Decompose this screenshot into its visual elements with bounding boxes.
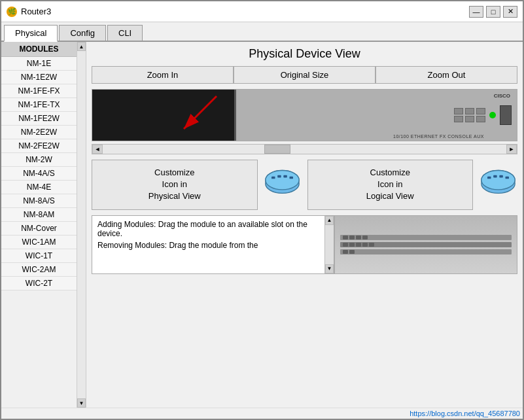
port-group-1	[454, 108, 463, 122]
device-left-panel	[92, 90, 236, 141]
scroll-left-button[interactable]: ◄	[92, 145, 103, 154]
list-item[interactable]: WIC-1T	[1, 249, 77, 263]
sidebar: MODULES NM-1E NM-1E2W NM-1FE-FX NM-1FE-T…	[1, 42, 86, 408]
horizontal-scrollbar[interactable]: ◄ ►	[92, 144, 517, 154]
device-right-panel: CISCO 10/100 ETHERNET FX CONSOLE AUX	[236, 90, 517, 141]
thumb-port	[369, 243, 374, 247]
svg-rect-13	[487, 176, 491, 179]
power-switch	[500, 105, 512, 125]
list-item[interactable]: WIC-2T	[1, 277, 77, 290]
thumb-port	[349, 250, 355, 254]
scroll-track-h	[103, 145, 506, 154]
customize-physical-label: CustomizeIcon inPhysical View	[148, 167, 201, 201]
info-scrollbar: ▲ ▼	[324, 216, 334, 273]
thumb-port	[356, 243, 361, 247]
content-area: MODULES NM-1E NM-1E2W NM-1FE-FX NM-1FE-T…	[1, 42, 523, 408]
url-text: https://blog.csdn.net/qq_45687780	[410, 410, 520, 417]
svg-rect-14	[493, 175, 497, 178]
list-item[interactable]: NM-2FE2W	[1, 139, 77, 153]
svg-rect-7	[277, 175, 281, 178]
info-panel: Adding Modules: Drag the module to an av…	[92, 215, 334, 274]
thumb-port	[343, 243, 348, 247]
router-svg-logical	[480, 167, 516, 203]
list-item[interactable]: NM-2W	[1, 153, 77, 167]
thumb-row	[340, 242, 512, 247]
device-brand-label: CISCO	[494, 93, 510, 99]
zoom-in-button[interactable]: Zoom In	[92, 66, 234, 84]
scroll-thumb-h	[264, 145, 290, 154]
thumb-port	[349, 243, 355, 247]
list-item[interactable]: NM-1FE-FX	[1, 84, 77, 98]
svg-rect-6	[271, 176, 275, 179]
port	[465, 116, 474, 122]
device-ports	[454, 108, 485, 122]
info-scroll-up[interactable]: ▲	[325, 216, 334, 225]
customize-logical-button[interactable]: CustomizeIcon inLogical View	[307, 160, 474, 210]
svg-point-5	[266, 170, 299, 189]
svg-rect-9	[290, 176, 294, 179]
scroll-down-button[interactable]: ▼	[77, 398, 86, 408]
info-scroll-down[interactable]: ▼	[325, 264, 334, 273]
main-panel: Physical Device View Zoom In Original Si…	[86, 42, 523, 408]
info-line1: Adding Modules: Drag the module to an av…	[97, 220, 328, 238]
scroll-right-button[interactable]: ►	[506, 145, 517, 154]
status-light	[489, 112, 496, 118]
thumb-row	[340, 249, 512, 254]
thumb-port	[362, 243, 368, 247]
list-item[interactable]: NM-8A/S	[1, 194, 77, 208]
list-item[interactable]: NM-4A/S	[1, 167, 77, 181]
original-size-button[interactable]: Original Size	[234, 66, 376, 84]
port	[454, 108, 463, 114]
list-item[interactable]: WIC-2AM	[1, 263, 77, 277]
thumb-port	[356, 236, 361, 239]
svg-rect-8	[283, 175, 287, 178]
zoom-controls: Zoom In Original Size Zoom Out	[92, 66, 517, 84]
tab-config[interactable]: Config	[59, 25, 106, 41]
svg-rect-15	[499, 175, 503, 178]
minimize-button[interactable]: —	[469, 6, 483, 18]
device-port-label: 10/100 ETHERNET FX CONSOLE AUX	[393, 134, 484, 139]
list-item[interactable]: NM-8AM	[1, 208, 77, 222]
scroll-up-button[interactable]: ▲	[77, 42, 86, 51]
window-controls: — □ ✕	[469, 6, 517, 18]
customize-physical-button[interactable]: CustomizeIcon inPhysical View	[92, 160, 258, 210]
action-buttons: CustomizeIcon inPhysical View	[92, 160, 517, 210]
list-item[interactable]: WIC-1AM	[1, 236, 77, 249]
url-bar: https://blog.csdn.net/qq_45687780	[1, 408, 523, 419]
main-window: 🌿 Router3 — □ ✕ Physical Config CLI MODU…	[0, 0, 524, 420]
modules-header: MODULES	[1, 42, 77, 57]
port	[465, 108, 474, 114]
list-item[interactable]: NM-1FE-TX	[1, 98, 77, 112]
device-thumb-inner	[335, 216, 517, 273]
zoom-out-button[interactable]: Zoom Out	[376, 66, 517, 84]
router-icon-physical	[263, 165, 302, 204]
module-list: MODULES NM-1E NM-1E2W NM-1FE-FX NM-1FE-T…	[1, 42, 77, 408]
panel-title: Physical Device View	[92, 47, 517, 61]
thumb-port	[362, 236, 368, 239]
port-group-3	[476, 108, 485, 122]
port-group-2	[465, 108, 474, 122]
maximize-button[interactable]: □	[486, 6, 500, 18]
app-icon-letter: 🌿	[8, 8, 16, 15]
thumb-row	[340, 235, 512, 240]
sidebar-scrollbar: ▲ ▼	[77, 42, 86, 408]
list-item[interactable]: NM-2E2W	[1, 126, 77, 139]
list-item[interactable]: NM-1E	[1, 57, 77, 71]
thumb-port	[349, 236, 355, 239]
list-item[interactable]: NM-Cover	[1, 222, 77, 236]
thumb-port	[343, 250, 348, 254]
thumb-port	[343, 236, 348, 239]
title-bar-left: 🌿 Router3	[7, 7, 51, 17]
bottom-section: Adding Modules: Drag the module to an av…	[92, 215, 517, 274]
tab-cli[interactable]: CLI	[107, 25, 143, 41]
svg-rect-16	[505, 176, 509, 179]
list-item[interactable]: NM-1E2W	[1, 71, 77, 84]
tab-physical[interactable]: Physical	[4, 25, 58, 42]
list-item[interactable]: NM-4E	[1, 181, 77, 194]
list-item[interactable]: NM-1FE2W	[1, 112, 77, 126]
scroll-track	[77, 51, 86, 398]
close-button[interactable]: ✕	[503, 6, 517, 18]
info-line2: Removing Modules: Drag the module from t…	[97, 241, 328, 250]
port	[476, 108, 485, 114]
customize-logical-label: CustomizeIcon inLogical View	[366, 167, 414, 201]
